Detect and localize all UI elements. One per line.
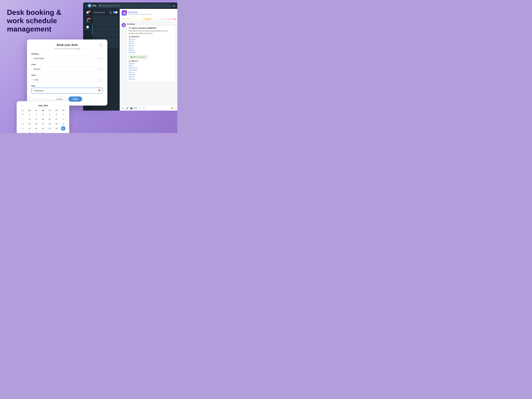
calendar-cell[interactable]: 31 bbox=[41, 131, 45, 133]
calendar-cell[interactable]: 7 bbox=[20, 117, 25, 121]
calendar-grid: SUMOTUWETHFRSA30123456789101112131415161… bbox=[19, 109, 66, 133]
menu-icon[interactable]: ≡ bbox=[85, 4, 86, 7]
calendar-cell[interactable]: 24 bbox=[41, 126, 45, 131]
floor-chevron-icon[interactable]: ∨ bbox=[100, 68, 101, 70]
sidebar-item-history[interactable]: 🕐 HISTORY bbox=[84, 25, 91, 31]
calendar-cell[interactable]: 30 bbox=[20, 112, 25, 116]
modal-title: Book your desk bbox=[57, 43, 78, 47]
calendar-cell[interactable]: 22 bbox=[27, 126, 32, 131]
cliq-titlebar: ≡ 💬 Cliq 🔍 Search in All (cmd + k) 🔊 bbox=[83, 2, 177, 9]
floor-select[interactable]: 4th floor × ∨ bbox=[32, 66, 103, 72]
calendar-cell[interactable]: 13 bbox=[61, 117, 65, 121]
office-in-member: @Charlotte bbox=[129, 69, 174, 71]
floor-select-actions: × ∨ bbox=[97, 68, 101, 70]
calendar-cell[interactable]: 18 bbox=[48, 121, 52, 126]
floor-clear-icon[interactable]: × bbox=[97, 68, 98, 70]
cancel-button[interactable]: Cancel bbox=[52, 96, 66, 102]
timeline-dot bbox=[174, 19, 175, 20]
calendar-cell[interactable]: 2 bbox=[34, 112, 38, 116]
floor-value: 4th floor bbox=[33, 68, 97, 70]
calendar-cell[interactable]: 4 bbox=[48, 112, 52, 116]
calendar-cell-empty bbox=[61, 131, 65, 133]
calendar-cell[interactable]: 6 bbox=[61, 112, 65, 116]
calendar-cell[interactable]: 28 bbox=[20, 131, 25, 133]
input-icons: 📎 🎤 📹 💬 📄 ☁️ bbox=[122, 107, 145, 109]
list-item bbox=[93, 32, 119, 37]
desk-clear-icon[interactable]: × bbox=[97, 79, 98, 81]
building-clear-icon[interactable]: × bbox=[97, 57, 98, 60]
remote-work-toggle[interactable] bbox=[113, 11, 118, 13]
calendar-cell[interactable]: 11 bbox=[48, 117, 52, 121]
remote-in-member: @Olivia bbox=[129, 43, 174, 44]
document-icon[interactable]: 📄 bbox=[138, 107, 141, 109]
calendar-cell[interactable]: 9 bbox=[34, 117, 38, 121]
history-label: HISTORY bbox=[84, 29, 90, 30]
calendar-cell[interactable]: 19 bbox=[54, 121, 59, 126]
headline-line1: Desk booking & bbox=[7, 8, 61, 16]
attachment-icon[interactable]: 📎 bbox=[122, 107, 124, 109]
calendar-cell[interactable]: 30 bbox=[34, 131, 38, 133]
desk-select[interactable]: F-291 × ∨ bbox=[32, 77, 103, 82]
calendar-cell[interactable]: 14 bbox=[20, 121, 25, 126]
chat-icon[interactable]: 💬 bbox=[134, 107, 137, 109]
message-title: 🗓️ Hybrid schedule | 03/08/2024 bbox=[129, 27, 174, 29]
cloud-icon[interactable]: ☁️ bbox=[142, 107, 145, 109]
calendar-day-header: SU bbox=[19, 109, 26, 112]
list-item bbox=[93, 16, 119, 20]
calendar-cell[interactable]: 26 bbox=[54, 126, 59, 131]
mark-remote-label: ✅ Mark as remote-in bbox=[130, 56, 146, 58]
speaker-icon[interactable]: 🔊 bbox=[173, 4, 175, 7]
calendar-cell[interactable]: 29 bbox=[27, 131, 32, 133]
mark-remote-button[interactable]: ✅ Mark as remote-in bbox=[129, 55, 148, 59]
video-icon[interactable]: 📹 bbox=[130, 107, 133, 109]
calendar-cell-empty bbox=[48, 131, 52, 133]
calendar-day-header: MO bbox=[26, 109, 33, 112]
mic-icon[interactable]: 🎤 bbox=[126, 107, 129, 109]
date-actions: × 📅 bbox=[95, 89, 101, 92]
date-input[interactable]: 07/03/2026 × 📅 bbox=[32, 88, 103, 94]
sidebar-item-chats[interactable]: 💬 CHATS 39 bbox=[84, 10, 91, 17]
calendar-prev-button[interactable]: ‹ bbox=[19, 103, 23, 107]
modal-close-button[interactable]: × bbox=[99, 43, 103, 47]
calendar-cell[interactable]: 27 bbox=[61, 126, 65, 131]
calendar-cell[interactable]: 16 bbox=[34, 121, 38, 126]
modal-subtitle: It's time to check-in your booking bbox=[32, 48, 103, 50]
calendar-cell[interactable]: 8 bbox=[27, 117, 32, 121]
office-in-member: @Benjamin bbox=[129, 67, 174, 69]
calendar-cell[interactable]: 21 bbox=[20, 126, 25, 131]
scheduly-name: Scheduly bbox=[128, 11, 171, 13]
remote-work-header: Remote Work 🖥️ bbox=[92, 10, 120, 14]
send-icon[interactable]: A bbox=[174, 107, 175, 109]
calendar-icon[interactable]: 📅 bbox=[98, 89, 101, 92]
cliq-logo-icon: 💬 bbox=[88, 4, 91, 7]
calendar-cell[interactable]: 3 bbox=[41, 112, 45, 116]
calendar-cell[interactable]: 17 bbox=[41, 121, 45, 126]
calendar-cell[interactable]: 15 bbox=[27, 121, 32, 126]
calendar-cell[interactable]: 10 bbox=[41, 117, 45, 121]
calendar-cell[interactable]: 5 bbox=[54, 112, 59, 116]
monitor-icon: 🖥️ bbox=[109, 11, 112, 13]
floor-label: Floor bbox=[32, 63, 103, 65]
date-clear-icon[interactable]: × bbox=[95, 89, 97, 92]
scheduly-panel: 📅 Scheduly Work schedules managed in a f… bbox=[120, 9, 177, 111]
timeline-line-right bbox=[153, 19, 173, 19]
building-label: Building bbox=[32, 53, 103, 55]
building-chevron-icon[interactable]: ∨ bbox=[100, 57, 101, 60]
cliq-search-bar[interactable]: 🔍 Search in All (cmd + k) bbox=[98, 4, 171, 8]
more-options-icon[interactable]: ⋮ bbox=[173, 11, 175, 14]
calendar-cell[interactable]: 1 bbox=[27, 112, 32, 116]
calendar-cell[interactable]: 25 bbox=[48, 126, 52, 131]
input-right-icons: 😊 A bbox=[171, 107, 175, 109]
building-select[interactable]: South Plaza × ∨ bbox=[32, 56, 103, 61]
search-icon: 🔍 bbox=[99, 5, 101, 7]
emoji-icon[interactable]: 😊 bbox=[171, 107, 173, 109]
calendar-cell[interactable]: 20 bbox=[61, 121, 65, 126]
calendar-cell[interactable]: 12 bbox=[54, 117, 59, 121]
calendar-cell[interactable]: 23 bbox=[34, 126, 38, 131]
calendar-day-header: FR bbox=[53, 109, 60, 112]
today-button[interactable]: ↑ Today ▼ bbox=[143, 18, 152, 20]
sidebar-item-threads[interactable]: 🧵 THREADS 56 bbox=[84, 18, 91, 24]
calendar-next-button[interactable]: › bbox=[63, 103, 66, 107]
book-button[interactable]: Book bbox=[69, 96, 82, 102]
desk-chevron-icon[interactable]: ∨ bbox=[100, 79, 101, 81]
